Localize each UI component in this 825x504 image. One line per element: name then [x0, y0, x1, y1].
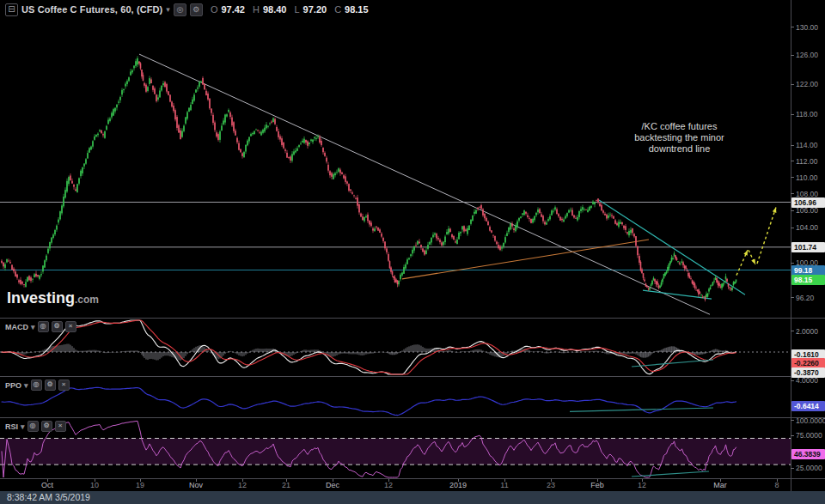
- price-label: -0.3870: [791, 367, 825, 378]
- settings-icon[interactable]: ⚙: [45, 380, 56, 391]
- price-tick-label[interactable]: 114.00: [796, 141, 817, 149]
- price-tick-mark: [791, 420, 794, 421]
- price-tick-mark: [791, 263, 794, 264]
- settings-icon[interactable]: ⚙: [190, 3, 203, 16]
- price-tick-label[interactable]: 104.00: [796, 223, 818, 232]
- price-tick-mark: [791, 27, 794, 27]
- open-value: 97.42: [221, 4, 245, 15]
- close-icon[interactable]: ×: [55, 421, 66, 432]
- close-icon[interactable]: ×: [58, 380, 70, 391]
- clock-timestamp: 8:38:42 AM 3/5/2019: [7, 492, 90, 502]
- price-tick-mark: [791, 297, 794, 298]
- high-label: H: [253, 4, 260, 15]
- investing-watermark: Investing.com: [7, 289, 99, 307]
- low-label: L: [294, 4, 299, 15]
- close-icon[interactable]: ×: [65, 321, 76, 332]
- rsi-panel-title[interactable]: RSI: [5, 422, 18, 431]
- time-tick-label[interactable]: 12: [238, 481, 247, 489]
- chart-annotation: /KC coffee futures backtesting the minor…: [604, 121, 755, 155]
- time-tick-label[interactable]: 19: [136, 481, 144, 489]
- time-tick-label[interactable]: Nov: [189, 481, 203, 489]
- eye-icon[interactable]: ◎: [31, 380, 42, 391]
- chevron-down-icon[interactable]: ▾: [166, 5, 170, 14]
- chevron-down-icon[interactable]: ▾: [21, 422, 25, 431]
- time-tick-label[interactable]: 23: [547, 481, 555, 489]
- time-tick-label[interactable]: 2019: [449, 481, 467, 489]
- time-tick-label[interactable]: Mar: [713, 481, 727, 489]
- price-tick-mark: [791, 331, 794, 331]
- price-tick-label[interactable]: 130.00: [796, 23, 818, 32]
- chart-header: ⊟ US Coffee C Futures, 60, (CFD) ▾ ◎ ⚙ O…: [5, 3, 369, 16]
- eye-icon[interactable]: ◎: [28, 421, 39, 432]
- chevron-down-icon[interactable]: ▾: [31, 323, 35, 331]
- trendline-minor-uptrend: [402, 240, 649, 279]
- settings-icon[interactable]: ⚙: [52, 321, 63, 332]
- price-tick-label[interactable]: 2.0000: [796, 327, 818, 336]
- price-tick-label[interactable]: 25.0000: [796, 464, 822, 472]
- macd-panel-title[interactable]: MACD: [5, 323, 28, 331]
- price-tick-label[interactable]: 112.00: [796, 157, 817, 166]
- time-tick-label[interactable]: Feb: [590, 481, 604, 489]
- price-label: 101.74: [791, 242, 825, 252]
- price-tick-mark: [791, 468, 794, 469]
- time-tick-label[interactable]: 21: [282, 481, 290, 489]
- time-tick-label[interactable]: 12: [638, 481, 646, 489]
- price-tick-label[interactable]: 75.0000: [796, 431, 822, 440]
- price-tick-mark: [791, 114, 794, 115]
- close-value: 98.15: [345, 4, 369, 15]
- price-tick-label[interactable]: 96.20: [796, 294, 814, 302]
- price-label: 98.15: [791, 275, 825, 285]
- time-tick-label[interactable]: Oct: [41, 481, 53, 489]
- price-tick-mark: [791, 193, 794, 194]
- eye-icon[interactable]: ◎: [38, 321, 49, 332]
- ppo-panel-header: PPO ▾ ◎ ⚙ ×: [5, 380, 70, 391]
- price-tick-mark: [791, 210, 794, 211]
- price-tick-label[interactable]: 4.0000: [796, 376, 818, 385]
- candles-up: [4, 56, 736, 298]
- low-value: 97.20: [303, 4, 327, 15]
- price-label: 46.3839: [791, 449, 825, 459]
- price-tick-mark: [791, 55, 794, 56]
- price-tick-label[interactable]: 118.00: [796, 110, 817, 118]
- price-tick-mark: [791, 228, 794, 228]
- watermark-tld: .com: [75, 294, 99, 306]
- macd-panel-header: MACD ▾ ◎ ⚙ ×: [5, 321, 76, 332]
- chevron-down-icon[interactable]: ▾: [24, 381, 28, 390]
- price-tick-mark: [791, 161, 794, 161]
- price-tick-mark: [791, 177, 794, 178]
- time-tick-label[interactable]: 12: [384, 481, 393, 489]
- collapse-panel-icon[interactable]: ⊟: [5, 3, 18, 16]
- price-label: -0.6414: [791, 401, 825, 411]
- price-tick-mark: [791, 380, 794, 381]
- candles-down: [1, 61, 731, 301]
- price-tick-label[interactable]: 100.0000: [796, 416, 825, 425]
- price-label: 106.96: [791, 197, 825, 208]
- price-tick-label[interactable]: 110.00: [796, 173, 817, 182]
- high-value: 98.40: [263, 4, 287, 15]
- eye-icon[interactable]: ◎: [174, 3, 186, 16]
- time-tick-label[interactable]: 10: [90, 481, 99, 489]
- time-tick-label[interactable]: 11: [500, 481, 508, 489]
- price-tick-mark: [791, 84, 794, 85]
- ppo-panel-title[interactable]: PPO: [5, 381, 21, 390]
- price-tick-label[interactable]: 122.00: [796, 80, 818, 88]
- price-tick-mark: [791, 145, 794, 146]
- trading-chart-window: ⊟ US Coffee C Futures, 60, (CFD) ▾ ◎ ⚙ O…: [0, 0, 825, 504]
- price-chart-canvas[interactable]: [0, 0, 825, 504]
- settings-icon[interactable]: ⚙: [41, 421, 52, 432]
- time-tick-label[interactable]: Dec: [326, 481, 339, 489]
- rsi-panel-header: RSI ▾ ◎ ⚙ ×: [5, 421, 66, 432]
- watermark-name: Investing: [7, 289, 75, 307]
- status-bar: 8:38:42 AM 3/5/2019: [0, 491, 825, 504]
- price-tick-mark: [791, 435, 794, 436]
- symbol-title[interactable]: US Coffee C Futures, 60, (CFD): [21, 4, 162, 15]
- price-tick-label[interactable]: 126.00: [796, 51, 818, 59]
- time-tick-label[interactable]: 8: [774, 481, 779, 489]
- close-label: C: [334, 4, 341, 15]
- projection-arrow: [757, 207, 776, 264]
- open-label: O: [211, 4, 218, 15]
